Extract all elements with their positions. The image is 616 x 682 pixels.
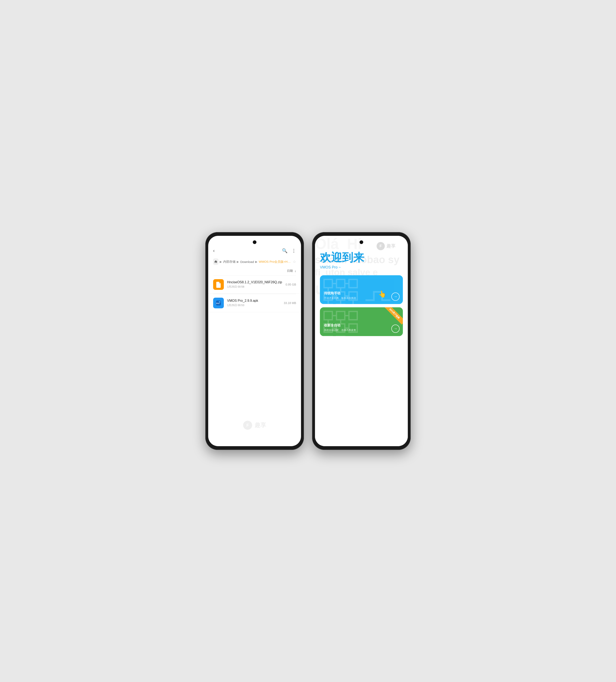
manual-card[interactable]: 👆 传统纯手动 手动才是经典，版本亲自挑选 → — [320, 275, 403, 304]
svg-rect-0 — [218, 284, 219, 285]
sort-label[interactable]: 日期 — [287, 269, 293, 273]
vmos-subtitle: VMOS Pro ~ — [320, 265, 403, 270]
svg-text:Pro: Pro — [216, 302, 219, 304]
phones-container: ‹ 🔍 ⋮ ▶ 内部存储 ▶ Download ▶ WMOS — [205, 232, 411, 450]
breadcrumb-storage[interactable]: 内部存储 — [223, 260, 236, 264]
home-icon[interactable] — [213, 258, 218, 265]
sort-direction-icon[interactable]: ↓ — [294, 269, 296, 273]
left-phone-screen: ‹ 🔍 ⋮ ▶ 内部存储 ▶ Download ▶ WMOS — [208, 236, 301, 446]
left-camera — [253, 240, 257, 244]
breadcrumb-download[interactable]: Download — [240, 260, 254, 264]
breadcrumb: ▶ 内部存储 ▶ Download ▶ WMOS Pro会员版+HnciseOS… — [208, 257, 301, 268]
breadcrumb-arrow-1: ▶ — [220, 260, 222, 263]
fm-header: ‹ 🔍 ⋮ — [208, 236, 301, 257]
more-icon[interactable]: ⋮ — [291, 248, 296, 253]
apk-file-date: 1月25日 00:53 — [227, 303, 281, 307]
svg-rect-10 — [349, 279, 357, 288]
svg-rect-1 — [218, 285, 219, 285]
file-item-apk[interactable]: Pro VMOS Pro_2.9.9.apk 1月25日 00:53 33.18… — [208, 294, 301, 312]
file-manager-app: ‹ 🔍 ⋮ ▶ 内部存储 ▶ Download ▶ WMOS — [208, 236, 301, 446]
right-phone-screen: Olá Hi salami zaobao sy fi uton salve e … — [315, 236, 408, 446]
apk-file-icon: Pro — [213, 298, 224, 308]
breadcrumb-current[interactable]: WMOS Pro会员版+HnciseOS8.1 — [259, 260, 291, 264]
right-phone: Olá Hi salami zaobao sy fi uton salve e … — [312, 232, 411, 450]
svg-rect-7 — [336, 279, 345, 288]
search-icon[interactable]: 🔍 — [282, 248, 287, 253]
zip-file-date: 1月25日 00:58 — [227, 285, 282, 289]
svg-rect-24 — [336, 312, 345, 320]
manual-card-label: 传统纯手动 — [324, 291, 399, 296]
svg-rect-27 — [349, 312, 357, 320]
zip-file-size: 0.95 GB — [286, 283, 296, 286]
apk-file-info: VMOS Pro_2.9.9.apk 1月25日 00:53 — [227, 299, 281, 307]
watermark-avatar: F — [243, 421, 252, 430]
auto-card-badge: 80%用户选择 — [384, 307, 403, 324]
svg-rect-2 — [218, 286, 219, 286]
file-item-zip[interactable]: HnciseOS8.1.2_V1E020_N6F26Q.zip 1月25日 00… — [208, 275, 301, 294]
vmos-pro-app: Olá Hi salami zaobao sy fi uton salve e … — [315, 236, 408, 446]
breadcrumb-arrow-2: ▶ — [237, 260, 239, 263]
manual-card-sublabel: 手动才是经典，版本亲自挑选 — [324, 296, 399, 300]
breadcrumb-arrow-3: ▶ — [255, 260, 258, 263]
auto-card[interactable]: 80%用户选择 创新全自动 系统自动适配，选择不再疲惫 → — [320, 307, 403, 336]
left-watermark: F 趣享 — [243, 421, 266, 430]
zip-file-info: HnciseOS8.1.2_V1E020_N6F26Q.zip 1月25日 00… — [227, 280, 282, 289]
fm-action-buttons: 🔍 ⋮ — [282, 248, 296, 253]
apk-file-size: 33.18 MB — [284, 301, 296, 305]
watermark-brand: 趣享 — [255, 421, 266, 429]
apk-file-name: VMOS Pro_2.9.9.apk — [227, 299, 281, 302]
auto-card-sublabel: 系统自动适配，选择不再疲惫 — [324, 328, 399, 332]
back-button[interactable]: ‹ — [213, 248, 215, 253]
svg-point-5 — [219, 301, 220, 303]
left-phone: ‹ 🔍 ⋮ ▶ 内部存储 ▶ Download ▶ WMOS — [205, 232, 304, 450]
svg-rect-6 — [324, 279, 332, 288]
right-camera — [359, 240, 363, 244]
zip-file-icon — [213, 279, 224, 290]
sort-bar: 日期 ↓ — [208, 268, 301, 275]
favorite-icon[interactable]: ☆ — [293, 259, 296, 264]
vmos-welcome-title: 欢迎到来 — [320, 251, 403, 264]
vmos-main-content: 欢迎到来 VMOS Pro ~ — [315, 236, 408, 343]
svg-rect-23 — [324, 312, 332, 320]
zip-file-name: HnciseOS8.1.2_V1E020_N6F26Q.zip — [227, 280, 282, 284]
